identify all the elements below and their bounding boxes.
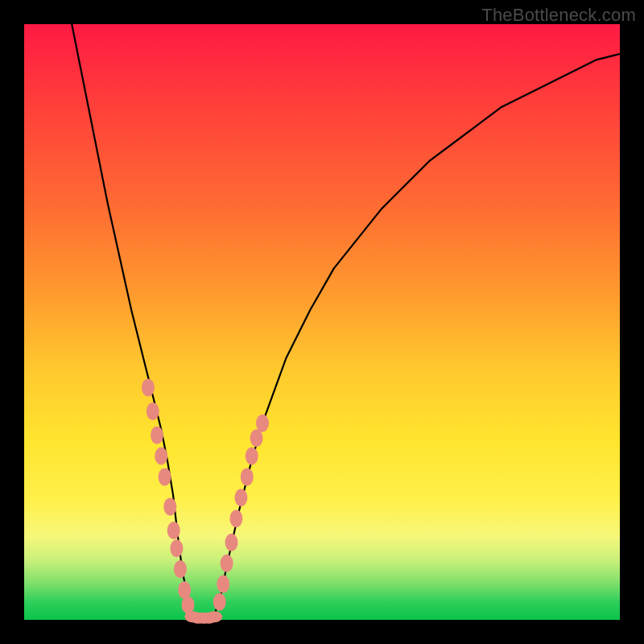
data-marker: [170, 539, 183, 557]
data-marker: [234, 489, 247, 506]
data-marker: [229, 510, 242, 527]
data-marker: [213, 593, 226, 611]
data-marker: [167, 522, 180, 539]
data-marker: [147, 402, 159, 420]
data-marker: [206, 611, 222, 622]
data-marker: [250, 429, 263, 447]
data-marker: [151, 427, 163, 444]
chart-overlay: [24, 24, 620, 620]
data-marker: [256, 415, 269, 432]
bottleneck-curve: [72, 24, 620, 620]
data-marker: [221, 555, 233, 572]
data-marker: [182, 597, 195, 614]
data-marker: [174, 560, 187, 578]
data-marker: [225, 534, 238, 551]
chart-frame: TheBottleneck.com: [0, 0, 644, 644]
data-marker: [163, 497, 176, 515]
data-markers: [142, 378, 269, 623]
data-marker: [217, 576, 229, 593]
data-marker: [142, 378, 155, 396]
data-marker: [159, 468, 171, 485]
data-marker: [155, 448, 167, 465]
watermark-text: TheBottleneck.com: [481, 5, 636, 26]
plot-area: [24, 24, 620, 620]
data-marker: [246, 448, 258, 465]
data-marker: [241, 468, 254, 485]
